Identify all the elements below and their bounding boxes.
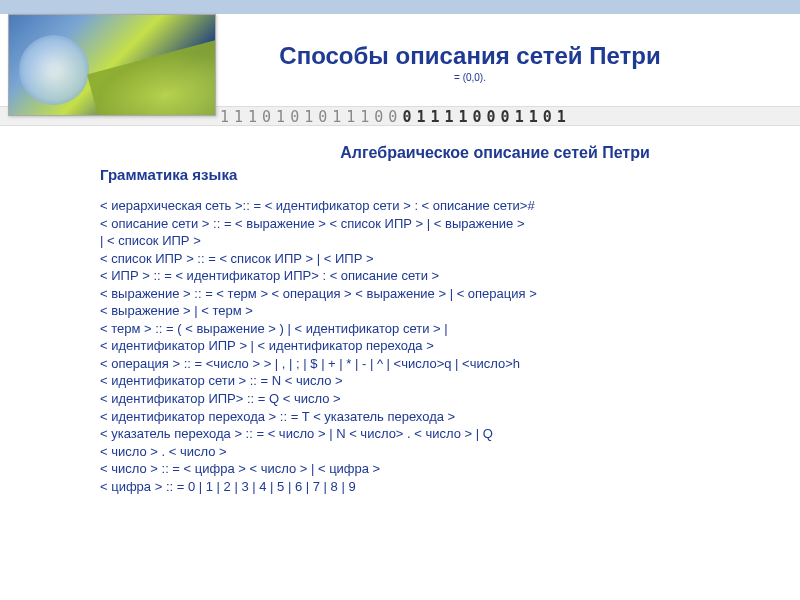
grammar-line: < ИПР > :: = < идентификатор ИПР> : < оп… xyxy=(100,267,770,285)
section-title: Алгебраическое описание сетей Петри xyxy=(220,144,770,162)
page-title: Способы описания сетей Петри xyxy=(140,42,800,70)
grammar-line: | < список ИПР > xyxy=(100,232,770,250)
top-bar xyxy=(0,0,800,14)
grammar-line: < идентификатор перехода > :: = T < указ… xyxy=(100,408,770,426)
page-subtitle: = (0,0). xyxy=(140,72,800,83)
main-content: Алгебраическое описание сетей Петри Грам… xyxy=(0,126,800,495)
grammar-line: < число > :: = < цифра > < число > | < ц… xyxy=(100,460,770,478)
binary-dark: 011110001101 xyxy=(402,108,570,126)
grammar-line: < операция > :: = <число > > | , | ; | $… xyxy=(100,355,770,373)
header: Способы описания сетей Петри = (0,0). xyxy=(0,14,800,106)
header-decorative-image xyxy=(8,14,216,116)
grammar-rules: < иерархическая сеть >:: = < идентификат… xyxy=(100,197,770,495)
grammar-line: < описание сети > :: = < выражение > < с… xyxy=(100,215,770,233)
grammar-line: < число > . < число > xyxy=(100,443,770,461)
grammar-line: < выражение > | < терм > xyxy=(100,302,770,320)
grammar-line: < выражение > :: = < терм > < операция >… xyxy=(100,285,770,303)
grammar-line: < цифра > :: = 0 | 1 | 2 | 3 | 4 | 5 | 6… xyxy=(100,478,770,496)
grammar-line: < иерархическая сеть >:: = < идентификат… xyxy=(100,197,770,215)
binary-light: 1110101011100 xyxy=(220,108,402,126)
grammar-line: < идентификатор ИПР> :: = Q < число > xyxy=(100,390,770,408)
grammar-line: < указатель перехода > :: = < число > | … xyxy=(100,425,770,443)
grammar-line: < список ИПР > :: = < список ИПР > | < И… xyxy=(100,250,770,268)
grammar-line: < идентификатор ИПР > | < идентификатор … xyxy=(100,337,770,355)
grammar-heading: Грамматика языка xyxy=(100,166,770,183)
grammar-line: < терм > :: = ( < выражение > ) | < иден… xyxy=(100,320,770,338)
grammar-line: < идентификатор сети > :: = N < число > xyxy=(100,372,770,390)
